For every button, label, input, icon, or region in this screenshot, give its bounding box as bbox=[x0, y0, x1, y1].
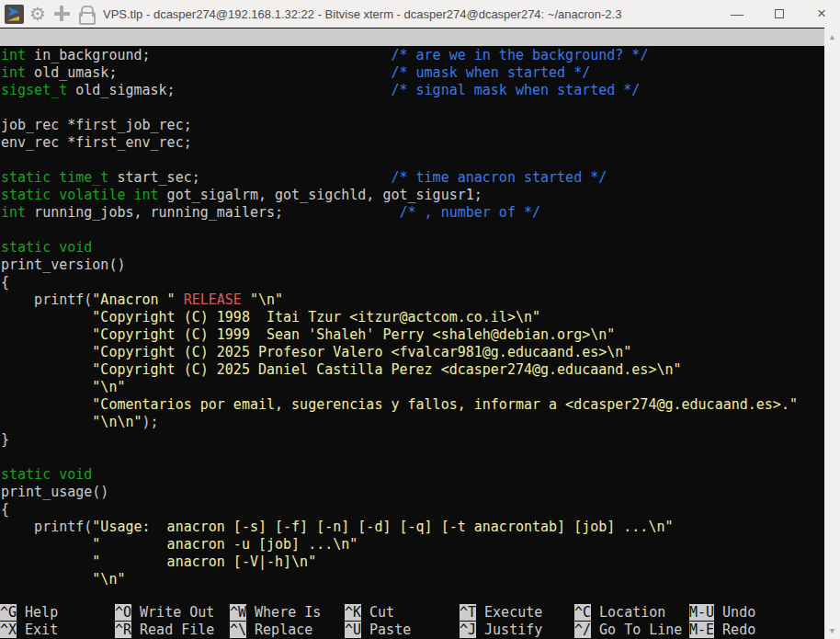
window-title: VPS.tlp - dcasper274@192.168.1.32:22 - B… bbox=[103, 7, 621, 21]
shortcut-key: ^\ bbox=[230, 622, 246, 638]
shortcut-key: ^T bbox=[460, 604, 476, 621]
shortcut-label: Where Is bbox=[255, 604, 321, 621]
code-line: "\n" bbox=[1, 379, 824, 396]
shortcut-label: Paste bbox=[369, 622, 411, 638]
nano-titlebar: GNU nano 7.2 main.c * bbox=[0, 29, 824, 46]
shortcut-paste: ^UPaste bbox=[345, 622, 460, 639]
scroll-up-icon[interactable]: ▲ bbox=[824, 29, 840, 44]
shortcut-read-file: ^RRead File bbox=[115, 622, 230, 639]
code-line: } bbox=[1, 431, 824, 449]
code-line: env_rec *first_env_rec; bbox=[1, 134, 824, 152]
code-line: "Copyright (C) 1999 Sean 'Shaleh' Perry … bbox=[1, 326, 824, 344]
code-line: print_usage() bbox=[1, 484, 824, 501]
code-line: job_rec *first_job_rec; bbox=[1, 117, 824, 134]
code-line: "Copyright (C) 2025 Daniel Castilla Pere… bbox=[1, 361, 824, 379]
shortcut-replace: ^\Replace bbox=[230, 622, 345, 639]
shortcut-label: Redo bbox=[722, 622, 755, 638]
shortcut-key: ^K bbox=[345, 604, 361, 621]
code-line bbox=[1, 449, 824, 466]
new-terminal-plus-icon[interactable] bbox=[51, 4, 72, 24]
shortcut-key: ^O bbox=[115, 604, 131, 621]
code-line: int running_jobs, running_mailers; /* , … bbox=[1, 204, 824, 222]
code-line: printf("Anacron " RELEASE "\n" bbox=[1, 291, 824, 309]
code-line: " anacron -u [job] ...\n" bbox=[1, 536, 824, 553]
shortcut-key: ^X bbox=[0, 622, 17, 638]
shortcut-key: ^/ bbox=[574, 622, 591, 638]
shortcut-exit: ^XExit bbox=[0, 622, 115, 639]
shortcut-label: Cut bbox=[369, 604, 394, 621]
bitvise-app-icon[interactable] bbox=[5, 5, 24, 24]
shortcut-key: M-U bbox=[689, 604, 714, 621]
maximize-button[interactable] bbox=[772, 6, 787, 21]
code-line: print_version() bbox=[1, 257, 824, 274]
shortcut-help: ^GHelp bbox=[0, 604, 115, 622]
shortcut-key: M-E bbox=[689, 622, 714, 638]
shortcut-label: Undo bbox=[722, 604, 755, 621]
scrollbar[interactable]: ▲ ▼ bbox=[824, 28, 840, 639]
shortcut-label: Location bbox=[599, 604, 665, 621]
maximize-icon bbox=[775, 9, 784, 18]
shortcut-label: Read File bbox=[140, 622, 214, 638]
code-line: sigset_t old_sigmask; /* signal mask whe… bbox=[1, 82, 824, 99]
shortcut-undo: M-UUndo bbox=[689, 604, 824, 622]
shortcut-label: Write Out bbox=[140, 604, 214, 621]
window-controls: — × bbox=[730, 6, 829, 21]
shortcut-write-out: ^OWrite Out bbox=[115, 604, 230, 622]
shortcut-redo: M-ERedo bbox=[689, 622, 824, 639]
code-area[interactable]: int in_background; /* are we in the back… bbox=[1, 47, 824, 588]
code-line: { bbox=[1, 501, 824, 519]
code-line: "\n\n"); bbox=[1, 414, 824, 431]
code-line: printf("Usage: anacron [-s] [-f] [-n] [-… bbox=[1, 519, 824, 536]
code-line: static void bbox=[1, 239, 824, 257]
shortcut-go-to-line: ^/Go To Line bbox=[574, 622, 689, 639]
shortcut-execute: ^TExecute bbox=[460, 604, 574, 622]
code-line bbox=[1, 222, 824, 239]
shortcut-key: ^W bbox=[230, 604, 246, 621]
code-line: int in_background; /* are we in the back… bbox=[1, 47, 824, 64]
lock-icon[interactable] bbox=[75, 4, 96, 24]
shortcut-bar: ^GHelp^OWrite Out^WWhere Is^KCut^TExecut… bbox=[0, 604, 824, 639]
code-line: static volatile int got_sigalrm, got_sig… bbox=[1, 187, 824, 204]
code-line: static void bbox=[1, 466, 824, 484]
terminal-screen[interactable]: GNU nano 7.2 main.c * int in_background;… bbox=[0, 28, 840, 639]
shortcut-justify: ^JJustify bbox=[460, 622, 574, 639]
shortcut-label: Go To Line bbox=[599, 622, 682, 638]
code-line: "Comentarios por email, sugerencias y fa… bbox=[1, 396, 824, 414]
code-line: int old_umask; /* umask when started */ bbox=[1, 64, 824, 82]
code-line: "Copyright (C) 2025 Profesor Valero <fva… bbox=[1, 344, 824, 361]
window-titlebar: ⚙ VPS.tlp - dcasper274@192.168.1.32:22 -… bbox=[0, 0, 840, 28]
scroll-down-icon[interactable]: ▼ bbox=[824, 622, 840, 638]
shortcut-label: Help bbox=[25, 604, 58, 621]
close-button[interactable]: × bbox=[814, 6, 829, 21]
code-line bbox=[1, 99, 824, 117]
code-line bbox=[1, 152, 824, 169]
terminal-window: ⚙ VPS.tlp - dcasper274@192.168.1.32:22 -… bbox=[0, 0, 840, 639]
code-line: "\n" bbox=[1, 571, 824, 588]
shortcut-key: ^J bbox=[460, 622, 476, 638]
shortcut-label: Execute bbox=[484, 604, 542, 621]
code-line: static time_t start_sec; /* time anacron… bbox=[1, 169, 824, 187]
shortcut-cut: ^KCut bbox=[345, 604, 460, 622]
code-line: "Copyright (C) 1998 Itai Tzur <itzur@act… bbox=[1, 309, 824, 326]
code-line: { bbox=[1, 274, 824, 291]
shortcut-location: ^CLocation bbox=[574, 604, 689, 622]
shortcut-label: Justify bbox=[484, 622, 542, 638]
shortcut-label: Replace bbox=[255, 622, 312, 638]
shortcut-key: ^R bbox=[115, 622, 131, 638]
shortcut-key: ^G bbox=[0, 604, 17, 621]
minimize-button[interactable]: — bbox=[730, 6, 744, 21]
shortcut-key: ^U bbox=[345, 622, 361, 638]
settings-gear-icon[interactable]: ⚙ bbox=[28, 4, 48, 24]
code-line: " anacron [-V|-h]\n" bbox=[1, 553, 824, 571]
shortcut-where-is: ^WWhere Is bbox=[230, 604, 345, 622]
shortcut-key: ^C bbox=[574, 604, 591, 621]
shortcut-label: Exit bbox=[25, 622, 58, 638]
